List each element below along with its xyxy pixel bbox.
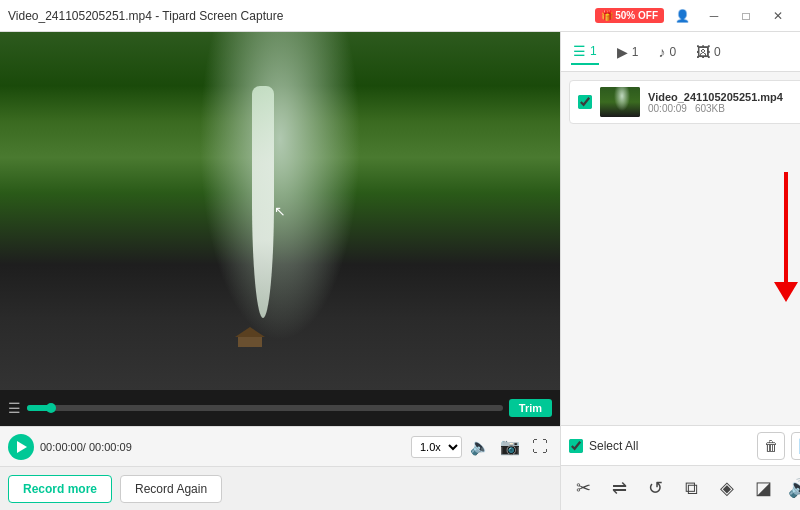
gift-icon: 🎁 [601, 10, 613, 21]
file-detail-button[interactable]: 📄 [791, 432, 800, 460]
hut-body [238, 337, 262, 347]
merge-tool-button[interactable]: ⇌ [603, 472, 635, 504]
list-icon: ☰ [573, 43, 586, 59]
file-item: Video_241105205251.mp4 00:00:09 603KB [569, 80, 800, 124]
video-thumbnail: ↖ [0, 32, 560, 390]
hut-roof [235, 327, 265, 337]
arrow-line [784, 172, 788, 282]
file-info: Video_241105205251.mp4 00:00:09 603KB [648, 91, 800, 114]
cut-tool-button[interactable]: ✂ [567, 472, 599, 504]
controls-bar: 00:00:00/ 00:00:09 1.0x 0.5x 1.5x 2.0x 🔈… [0, 426, 560, 466]
video-area: ↖ [0, 32, 560, 390]
scissors-icon: ✂ [576, 477, 591, 499]
file-checkbox[interactable] [578, 95, 592, 109]
timeline-menu-icon[interactable]: ☰ [8, 400, 21, 416]
file-size: 603KB [695, 103, 725, 114]
file-list: Video_241105205251.mp4 00:00:09 603KB [561, 72, 800, 132]
audio-icon: 🔊 [788, 477, 800, 499]
hut [235, 327, 265, 347]
right-tabs: ☰ 1 ▶ 1 ♪ 0 🖼 0 [561, 32, 800, 72]
title-bar-left: Video_241105205251.mp4 - Tipard Screen C… [8, 9, 283, 23]
time-display: 00:00:00/ 00:00:09 [40, 441, 132, 453]
rotate-tool-button[interactable]: ↺ [639, 472, 671, 504]
camera-icon-button[interactable]: 📷 [498, 435, 522, 459]
delete-icon: 🗑 [764, 438, 778, 454]
right-panel: ☰ 1 ▶ 1 ♪ 0 🖼 0 [560, 32, 800, 510]
image-icon: 🖼 [696, 44, 710, 60]
right-bottom: Select All 🗑 📄 📂 ✂ ⇌ [561, 425, 800, 510]
music-icon: ♪ [658, 44, 665, 60]
file-name: Video_241105205251.mp4 [648, 91, 788, 103]
watermark-icon: ◪ [755, 477, 772, 499]
video-icon: ▶ [617, 44, 628, 60]
effect-tool-button[interactable]: ◈ [711, 472, 743, 504]
left-panel: ↖ ☰ Trim 00:00:00/ 00:00:09 1.0x 0.5x 1.… [0, 32, 560, 510]
promo-badge[interactable]: 🎁 50% OFF [595, 8, 664, 23]
progress-track[interactable] [27, 405, 503, 411]
speed-select[interactable]: 1.0x 0.5x 1.5x 2.0x [411, 436, 462, 458]
trim-button[interactable]: Trim [509, 399, 552, 417]
bottom-bar: Record more Record Again [0, 466, 560, 510]
right-empty-area [561, 132, 800, 425]
arrow-head [774, 282, 798, 302]
tab-image[interactable]: 🖼 0 [694, 40, 723, 64]
right-tools: ✂ ⇌ ↺ ⧉ ◈ ◪ 🔊 [561, 466, 800, 510]
delete-button[interactable]: 🗑 [757, 432, 785, 460]
file-thumb-inner [600, 87, 640, 117]
fullscreen-icon-button[interactable]: ⛶ [528, 435, 552, 459]
play-icon [17, 441, 27, 453]
title-bar: Video_241105205251.mp4 - Tipard Screen C… [0, 0, 800, 32]
progress-thumb[interactable] [46, 403, 56, 413]
select-all-label: Select All [589, 439, 638, 453]
play-button[interactable] [8, 434, 34, 460]
merge-icon: ⇌ [612, 477, 627, 499]
tab-video-list[interactable]: ☰ 1 [571, 39, 599, 65]
record-more-button[interactable]: Record more [8, 475, 112, 503]
audio-tool-button[interactable]: 🔊 [783, 472, 800, 504]
effect-icon: ◈ [720, 477, 734, 499]
file-detail-icon: 📄 [797, 438, 801, 454]
select-all-checkbox[interactable] [569, 439, 583, 453]
waterfall [252, 86, 274, 319]
close-button[interactable]: ✕ [764, 5, 792, 27]
watermark-tool-button[interactable]: ◪ [747, 472, 779, 504]
user-icon-button[interactable]: 👤 [668, 5, 696, 27]
file-thumbnail [600, 87, 640, 117]
tab-video[interactable]: ▶ 1 [615, 40, 641, 64]
tab-audio[interactable]: ♪ 0 [656, 40, 678, 64]
app-title: Video_241105205251.mp4 - Tipard Screen C… [8, 9, 283, 23]
rotate-icon: ↺ [648, 477, 663, 499]
red-arrow [771, 172, 800, 312]
crop-icon: ⧉ [685, 478, 698, 499]
volume-icon-button[interactable]: 🔈 [468, 435, 492, 459]
right-select-bar: Select All 🗑 📄 📂 [561, 426, 800, 466]
file-meta: 00:00:09 603KB [648, 103, 800, 114]
crop-tool-button[interactable]: ⧉ [675, 472, 707, 504]
promo-text: 50% OFF [615, 10, 658, 21]
cursor-indicator: ↖ [274, 203, 286, 219]
timeline-bar: ☰ Trim [0, 390, 560, 426]
maximize-button[interactable]: □ [732, 5, 760, 27]
record-again-button[interactable]: Record Again [120, 475, 222, 503]
main-content: ↖ ☰ Trim 00:00:00/ 00:00:09 1.0x 0.5x 1.… [0, 32, 800, 510]
title-bar-right: 🎁 50% OFF 👤 ─ □ ✕ [595, 5, 792, 27]
file-duration: 00:00:09 [648, 103, 687, 114]
minimize-button[interactable]: ─ [700, 5, 728, 27]
